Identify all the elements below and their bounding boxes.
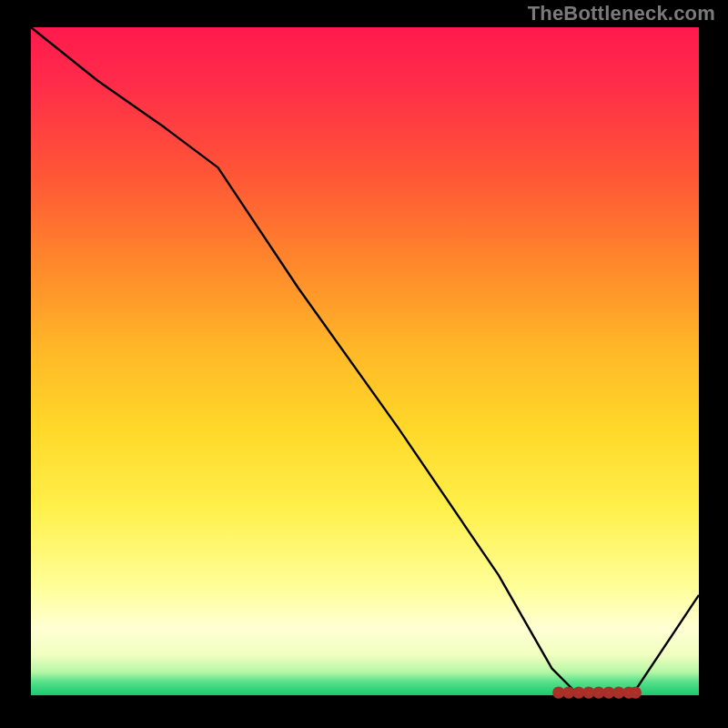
min-dot [596, 690, 602, 695]
chart-svg [31, 27, 699, 695]
chart-root: TheBottleneck.com [0, 0, 728, 728]
min-band-dots [556, 690, 638, 695]
min-dot [556, 690, 561, 695]
min-dot [586, 690, 592, 695]
min-dot [606, 690, 612, 695]
bottleneck-curve [31, 27, 699, 695]
min-dot [576, 690, 581, 695]
min-dot [632, 690, 638, 695]
min-dot [616, 690, 622, 695]
watermark-text: TheBottleneck.com [528, 2, 715, 25]
min-dot [566, 690, 571, 695]
